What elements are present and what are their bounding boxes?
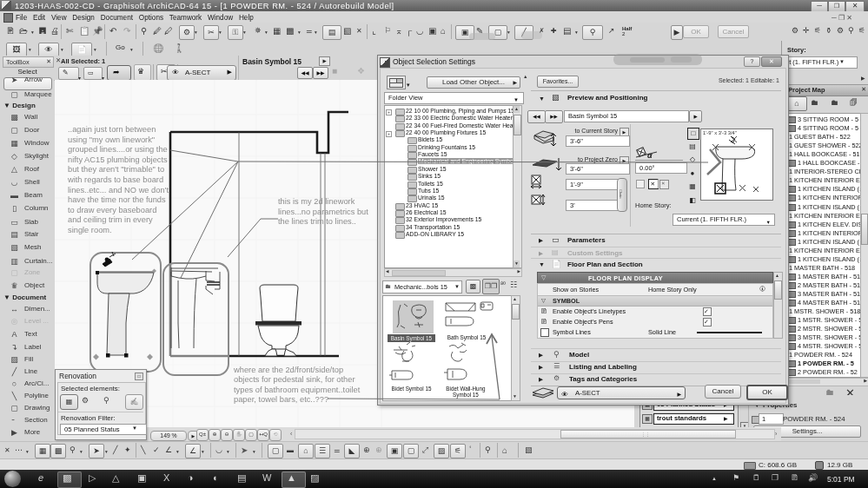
svg-text:α: α <box>647 151 653 160</box>
